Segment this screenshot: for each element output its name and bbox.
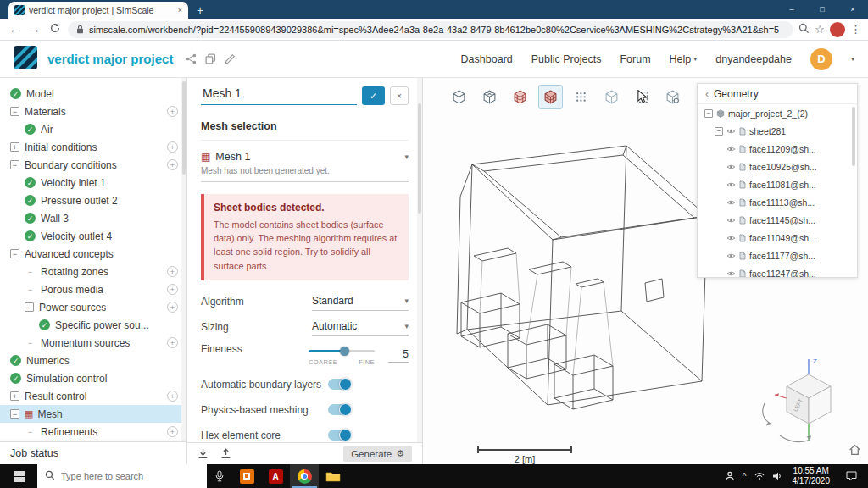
eye-icon[interactable] bbox=[726, 199, 736, 206]
add-icon[interactable] bbox=[167, 284, 178, 295]
job-status-bar[interactable]: Job status bbox=[0, 441, 186, 464]
browser-profile-avatar[interactable] bbox=[830, 22, 845, 37]
tree-item[interactable]: Rotating zones bbox=[0, 263, 186, 280]
add-icon[interactable] bbox=[167, 266, 178, 277]
eye-icon[interactable] bbox=[726, 235, 736, 241]
back-icon[interactable]: ← bbox=[7, 23, 22, 36]
username[interactable]: dnyandeepdahe bbox=[715, 53, 792, 65]
tree-item[interactable]: Numerics bbox=[0, 352, 186, 369]
menu-dots-icon[interactable]: ⋮ bbox=[850, 23, 861, 36]
face-list-item[interactable]: face11247@sh... bbox=[698, 264, 857, 278]
add-icon[interactable] bbox=[167, 337, 178, 348]
geometry-root-item[interactable]: major_project_2_(2) bbox=[698, 104, 857, 122]
tree-item[interactable]: Materials bbox=[0, 103, 186, 120]
tree-item-state-icon[interactable] bbox=[25, 426, 36, 437]
eye-icon[interactable] bbox=[726, 128, 736, 135]
taskbar-app-orange[interactable] bbox=[232, 464, 261, 488]
fineness-slider[interactable] bbox=[309, 347, 375, 356]
copy-icon[interactable] bbox=[205, 53, 216, 64]
cancel-close-button[interactable] bbox=[390, 86, 409, 105]
nav-dashboard[interactable]: Dashboard bbox=[461, 53, 513, 65]
tree-item[interactable]: Specific power sou... bbox=[0, 316, 186, 334]
tree-item-state-icon[interactable] bbox=[25, 302, 34, 312]
user-avatar[interactable]: D bbox=[810, 48, 832, 70]
browser-tab[interactable]: verdict major project | SimScale × bbox=[8, 2, 188, 19]
eye-icon[interactable] bbox=[726, 217, 736, 224]
physics-based-meshing-toggle[interactable] bbox=[328, 404, 351, 415]
tree-item[interactable]: Pressure outlet 2 bbox=[0, 191, 186, 209]
add-icon[interactable] bbox=[167, 302, 178, 313]
taskbar-app-chrome[interactable] bbox=[290, 464, 319, 488]
face-list-item[interactable]: face10925@sh... bbox=[698, 158, 857, 175]
tree-item-state-icon[interactable] bbox=[10, 409, 19, 419]
face-list-item[interactable]: face11209@sh... bbox=[698, 140, 857, 158]
download-icon[interactable] bbox=[198, 448, 209, 459]
auto-boundary-layers-toggle[interactable] bbox=[328, 379, 351, 390]
add-icon[interactable] bbox=[167, 106, 178, 117]
zoom-icon[interactable] bbox=[798, 23, 810, 36]
tree-item[interactable]: Initial conditions bbox=[0, 138, 186, 156]
eye-icon[interactable] bbox=[726, 252, 736, 259]
dashed-selection-icon[interactable] bbox=[630, 85, 654, 109]
tree-item-state-icon[interactable] bbox=[10, 160, 19, 169]
tree-item-state-icon[interactable] bbox=[10, 391, 19, 401]
window-maximize-button[interactable]: □ bbox=[807, 0, 837, 19]
geometry-sheet-item[interactable]: sheet281 bbox=[698, 122, 857, 140]
viewport-3d[interactable]: 2 [m] Z LEFT bbox=[423, 78, 868, 464]
tree-item[interactable]: Velocity inlet 1 bbox=[0, 174, 186, 191]
dotted-grid-icon[interactable] bbox=[569, 85, 593, 109]
geometry-scrollbar[interactable] bbox=[851, 105, 856, 276]
eye-icon[interactable] bbox=[726, 270, 736, 277]
tree-scrollbar[interactable] bbox=[181, 78, 186, 441]
generate-button[interactable]: Generate bbox=[343, 446, 412, 462]
tree-item[interactable]: Power sources bbox=[0, 298, 186, 316]
speaker-icon[interactable] bbox=[772, 472, 782, 480]
fineness-value-input[interactable]: 5 bbox=[388, 348, 409, 363]
slider-thumb[interactable] bbox=[340, 347, 349, 356]
cube-mesh-red-active-icon[interactable] bbox=[538, 85, 563, 109]
algorithm-select[interactable]: Standard bbox=[312, 292, 409, 311]
caret-down-icon[interactable]: ▾ bbox=[851, 55, 854, 63]
taskbar-app-acrobat[interactable]: A bbox=[261, 464, 290, 488]
eye-icon[interactable] bbox=[726, 146, 736, 152]
tree-item[interactable]: Porous media bbox=[0, 280, 186, 298]
face-list-item[interactable]: face11177@sh... bbox=[698, 247, 857, 264]
cube-light-icon[interactable] bbox=[599, 85, 624, 109]
tree-item[interactable]: Model bbox=[0, 85, 186, 103]
tree-item[interactable]: Refinements bbox=[0, 423, 186, 441]
window-close-button[interactable]: × bbox=[837, 0, 868, 19]
taskbar-search[interactable] bbox=[37, 464, 207, 488]
tab-close-icon[interactable]: × bbox=[178, 6, 182, 14]
tray-chevron-up-icon[interactable]: ^ bbox=[743, 472, 747, 481]
cube-surface-icon[interactable] bbox=[477, 85, 502, 109]
share-icon[interactable] bbox=[186, 53, 197, 64]
nav-forum[interactable]: Forum bbox=[620, 53, 650, 65]
tree-item[interactable]: Wall 3 bbox=[0, 209, 186, 227]
upload-icon[interactable] bbox=[220, 448, 231, 459]
tree-item[interactable]: Momentum sources bbox=[0, 334, 186, 352]
face-list-item[interactable]: face11081@sh... bbox=[698, 175, 857, 193]
nav-public-projects[interactable]: Public Projects bbox=[531, 53, 602, 65]
tree-item-state-icon[interactable] bbox=[10, 88, 21, 99]
confirm-check-button[interactable] bbox=[362, 86, 385, 105]
collapse-expander-icon[interactable] bbox=[704, 109, 713, 118]
tree-item[interactable]: Mesh bbox=[0, 405, 186, 423]
forward-icon[interactable]: → bbox=[27, 23, 42, 36]
tree-item-state-icon[interactable] bbox=[10, 355, 21, 366]
action-center-icon[interactable] bbox=[840, 471, 863, 481]
tree-item-state-icon[interactable] bbox=[10, 142, 19, 152]
tree-item-state-icon[interactable] bbox=[25, 266, 36, 277]
tree-item-state-icon[interactable] bbox=[25, 284, 36, 295]
tree-item[interactable]: Boundary conditions bbox=[0, 156, 186, 174]
tree-item-state-icon[interactable] bbox=[10, 373, 21, 384]
cube-outline-icon[interactable] bbox=[447, 85, 471, 109]
microphone-icon[interactable] bbox=[207, 464, 232, 488]
eye-icon[interactable] bbox=[726, 181, 736, 188]
url-field[interactable]: simscale.com/workbench/?pid=224455908943… bbox=[68, 21, 793, 38]
tree-item-state-icon[interactable] bbox=[25, 195, 36, 206]
tree-item-state-icon[interactable] bbox=[10, 249, 19, 258]
collapse-expander-icon[interactable] bbox=[715, 127, 723, 136]
new-tab-button[interactable]: + bbox=[197, 2, 203, 19]
tree-item-state-icon[interactable] bbox=[39, 319, 50, 330]
tree-item[interactable]: Velocity outlet 4 bbox=[0, 227, 186, 245]
